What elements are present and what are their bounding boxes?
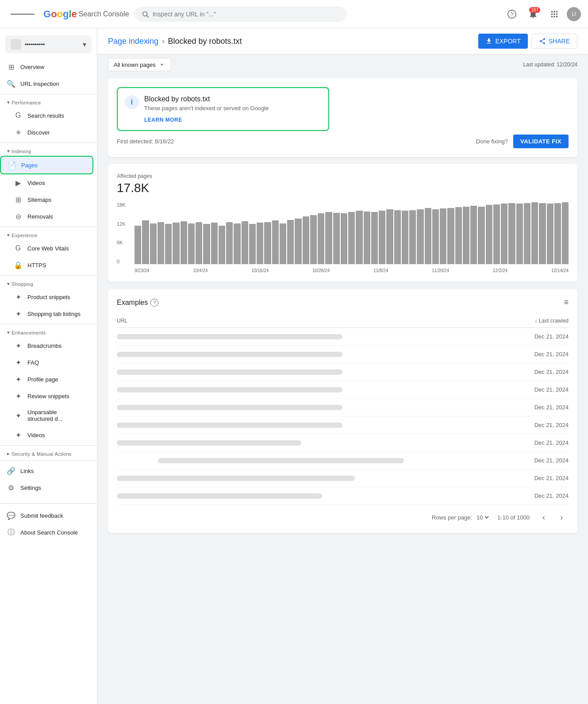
indexing-section[interactable]: ▾ Indexing xyxy=(0,145,97,156)
sidebar-item-shopping-tab[interactable]: ✦ Shopping tab listings xyxy=(0,305,90,322)
avatar[interactable]: U xyxy=(567,7,581,21)
chart-bar xyxy=(348,212,355,264)
table-row[interactable]: Dec 21, 2024 xyxy=(117,328,569,346)
sidebar-item-videos-enh[interactable]: ✦ Videos xyxy=(0,427,90,443)
search-bar[interactable] xyxy=(135,7,347,22)
chart-bar xyxy=(562,202,569,264)
date-cell: Dec 21, 2024 xyxy=(527,386,569,393)
sidebar-item-label: Breadcrumbs xyxy=(27,342,61,349)
breadcrumb-bar: Page indexing › Blocked by robots.txt EX… xyxy=(97,28,588,54)
search-input[interactable] xyxy=(153,11,340,18)
shopping-section[interactable]: ▾ Shopping xyxy=(0,277,97,289)
experience-section[interactable]: ▾ Experience xyxy=(0,229,97,240)
sidebar-item-discover[interactable]: ✳ Discover xyxy=(0,124,90,141)
download-icon xyxy=(485,38,492,45)
filter-icon[interactable]: ≡ xyxy=(564,298,569,307)
table-row[interactable]: Dec 21, 2024 xyxy=(117,346,569,363)
export-button[interactable]: EXPORT xyxy=(478,34,527,49)
date-cell: Dec 21, 2024 xyxy=(527,492,569,499)
chart-bar xyxy=(203,224,210,264)
sidebar-item-label: Discover xyxy=(27,129,50,136)
help-button[interactable]: ? xyxy=(503,5,521,23)
sidebar-item-product-snippets[interactable]: ✦ Product snippets xyxy=(0,289,90,305)
chart-bar xyxy=(188,223,195,264)
sidebar-item-label: Pages xyxy=(21,162,38,169)
sidebar-item-core-web-vitals[interactable]: G Core Web Vitals xyxy=(0,240,90,257)
learn-more-link[interactable]: LEARN MORE xyxy=(144,117,269,123)
sidebar-item-pages[interactable]: 📄 Pages xyxy=(0,156,93,174)
enhancements-section[interactable]: ▾ Enhancements xyxy=(0,326,97,337)
security-section[interactable]: ▸ Security & Manual Actions xyxy=(0,447,97,458)
sidebar-item-label: Videos xyxy=(27,180,45,186)
sidebar-item-https[interactable]: 🔒 HTTPS xyxy=(0,257,90,273)
prev-page-button[interactable]: ‹ xyxy=(537,510,551,524)
sidebar-item-removals[interactable]: ⊖ Removals xyxy=(0,208,90,225)
divider4 xyxy=(0,275,97,276)
shopping-tab-icon: ✦ xyxy=(14,310,22,318)
sidebar-item-videos[interactable]: ▶ Videos xyxy=(0,174,90,191)
sidebar-item-settings[interactable]: ⚙ Settings xyxy=(0,479,90,496)
sidebar-item-profile-page[interactable]: ✦ Profile page xyxy=(0,371,90,388)
chart-x-label: 12/2/24 xyxy=(493,268,507,273)
chart-bar xyxy=(142,220,149,264)
sidebar-item-url-inspection[interactable]: 🔍 URL inspection xyxy=(0,75,90,92)
all-known-pages-dropdown[interactable]: All known pages xyxy=(108,58,171,71)
column-last-crawled: ↓ Last crawled xyxy=(534,318,569,324)
sidebar-item-sitemaps[interactable]: ⊞ Sitemaps xyxy=(0,191,90,208)
chart-bar xyxy=(173,223,179,264)
sidebar-item-unparsable[interactable]: ✦ Unparsable structured d... xyxy=(0,404,90,427)
done-fixing-text: Done fixing? xyxy=(476,138,508,145)
chart-x-label: 12/14/24 xyxy=(551,268,569,273)
sidebar-item-search-results[interactable]: G Search results xyxy=(0,107,90,124)
chart-bar xyxy=(432,209,439,264)
sidebar-item-links[interactable]: 🔗 Links xyxy=(0,462,90,479)
divider xyxy=(0,94,97,94)
sidebar-item-faq[interactable]: ✦ FAQ xyxy=(0,354,90,371)
breadcrumb-parent[interactable]: Page indexing xyxy=(108,37,158,46)
next-page-button[interactable]: › xyxy=(554,510,569,524)
table-row[interactable]: Dec 21, 2024 xyxy=(117,487,569,505)
share-button[interactable]: SHARE xyxy=(531,34,577,49)
sidebar-item-submit-feedback[interactable]: 💬 Submit feedback xyxy=(0,507,90,524)
menu-button[interactable] xyxy=(7,9,38,19)
videos-icon: ▶ xyxy=(14,179,22,187)
nav-icons: ? 187 U xyxy=(503,5,581,23)
table-row[interactable]: Dec 21, 2024 xyxy=(117,452,569,469)
sidebar-item-about[interactable]: ⓘ About Search Console xyxy=(0,524,90,541)
chart-bar xyxy=(417,209,423,264)
chart-bar xyxy=(554,203,561,264)
help-icon[interactable]: ? xyxy=(150,299,158,307)
pagination: ‹ › xyxy=(537,510,569,524)
table-row[interactable]: Dec 21, 2024 xyxy=(117,434,569,452)
performance-section[interactable]: ▾ Performance xyxy=(0,96,97,107)
sidebar-item-overview[interactable]: ⊞ Overview xyxy=(0,58,90,75)
first-detected: First detected: 8/16/22 xyxy=(117,138,174,145)
logo[interactable]: Google Search Console xyxy=(43,8,129,20)
chart-bar xyxy=(516,204,523,264)
table-row[interactable]: Dec 21, 2024 xyxy=(117,416,569,434)
sidebar-item-label: Unparsable structured d... xyxy=(27,409,83,422)
sidebar-item-label: Sitemaps xyxy=(27,196,51,203)
chart-bar xyxy=(508,203,515,264)
table-row[interactable]: Dec 21, 2024 xyxy=(117,399,569,416)
chart-bar xyxy=(447,208,454,264)
rows-per-page-select[interactable]: 10 25 50 xyxy=(475,514,490,521)
table-row[interactable]: Dec 21, 2024 xyxy=(117,469,569,487)
property-selector[interactable]: •••••••••• ▾ xyxy=(5,35,92,53)
chart-bar xyxy=(181,221,187,264)
svg-line-1 xyxy=(146,15,148,17)
apps-button[interactable] xyxy=(546,5,563,23)
notifications-button[interactable]: 187 xyxy=(524,5,542,23)
info-circle-icon: i xyxy=(125,95,139,109)
table-row[interactable]: Dec 21, 2024 xyxy=(117,381,569,399)
pages-icon: 📄 xyxy=(8,161,16,169)
sidebar: •••••••••• ▾ ⊞ Overview 🔍 URL inspection… xyxy=(0,28,97,704)
validate-fix-button[interactable]: VALIDATE FIX xyxy=(513,135,569,148)
sidebar-item-review-snippets[interactable]: ✦ Review snippets xyxy=(0,388,90,404)
sidebar-item-breadcrumbs[interactable]: ✦ Breadcrumbs xyxy=(0,337,90,354)
table-row[interactable]: Dec 21, 2024 xyxy=(117,363,569,381)
sidebar-item-label: Product snippets xyxy=(27,294,70,300)
chart-bar xyxy=(356,211,362,264)
discover-icon: ✳ xyxy=(14,128,22,136)
chart-bar xyxy=(402,211,408,264)
